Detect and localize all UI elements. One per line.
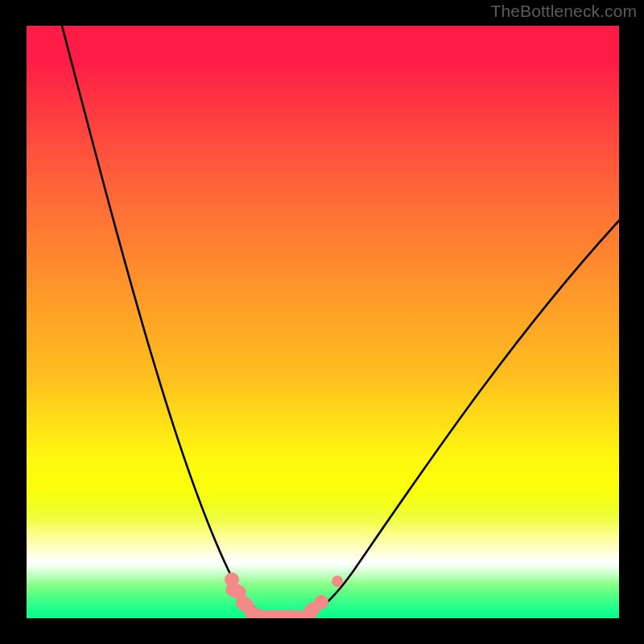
plot-area: [27, 26, 619, 618]
marker-dot-9: [332, 576, 343, 587]
watermark-text: TheBottleneck.com: [491, 2, 637, 21]
chart-frame: TheBottleneck.com: [0, 0, 644, 644]
marker-group: [223, 572, 343, 618]
chart-svg: [27, 26, 619, 618]
curve-left-curve: [62, 26, 275, 616]
curve-group: [62, 26, 619, 616]
marker-dot-8: [314, 595, 328, 609]
curve-right-curve: [299, 221, 619, 616]
marker-segment-5: [261, 610, 305, 618]
